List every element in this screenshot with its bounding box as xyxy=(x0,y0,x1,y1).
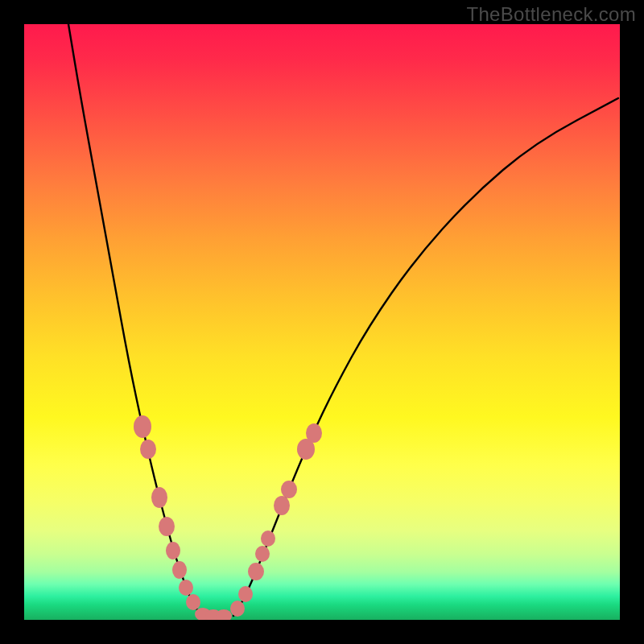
node-right xyxy=(281,481,297,498)
node-left xyxy=(186,594,200,610)
watermark-text: TheBottleneck.com xyxy=(466,3,636,26)
curve-nodes xyxy=(134,415,322,620)
node-left xyxy=(140,440,156,459)
plot-area xyxy=(24,24,620,620)
right-curve xyxy=(233,98,618,616)
node-right xyxy=(230,601,245,617)
node-left xyxy=(151,487,167,508)
curves-svg xyxy=(24,24,620,620)
left-curve xyxy=(68,24,201,616)
node-left xyxy=(179,580,193,596)
node-right xyxy=(248,563,264,580)
node-right xyxy=(261,530,275,547)
node-right xyxy=(238,586,253,602)
node-right xyxy=(306,423,322,443)
chart-frame: TheBottleneck.com xyxy=(0,0,644,644)
node-left xyxy=(134,415,151,438)
node-left xyxy=(159,517,175,536)
node-left xyxy=(172,561,187,579)
node-right xyxy=(274,496,290,515)
node-right xyxy=(255,546,270,562)
node-left xyxy=(166,542,180,559)
